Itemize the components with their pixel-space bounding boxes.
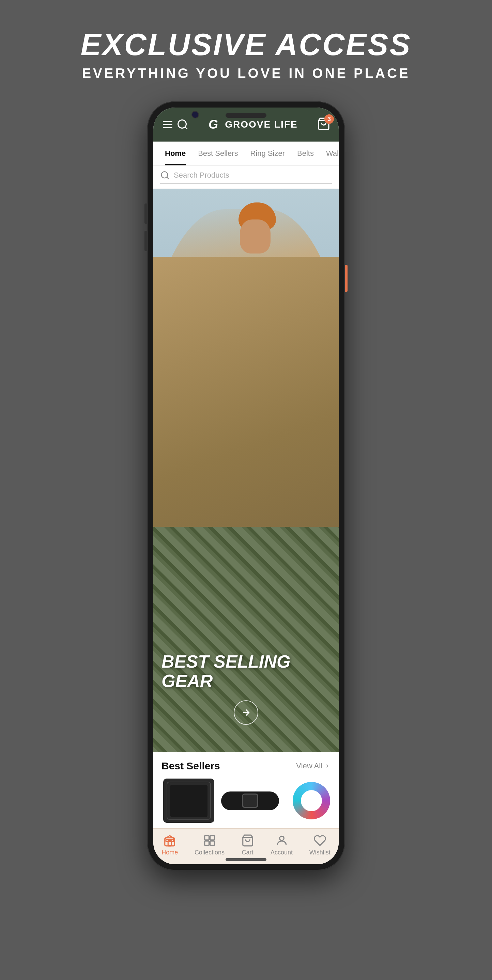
cart-icon (241, 834, 254, 847)
svg-point-18 (280, 836, 284, 840)
product-card-ring[interactable] (284, 778, 331, 823)
tab-belts[interactable]: Belts (291, 142, 320, 165)
hero-arrow-button[interactable] (234, 700, 258, 725)
tab-wallets[interactable]: Wallets (320, 142, 339, 165)
groove-life-logo-icon: G (208, 118, 222, 131)
hero-text-area: BEST SELLING GEAR (161, 652, 331, 691)
bottom-nav-home-label: Home (161, 849, 178, 856)
phone-volume-up (144, 204, 147, 224)
search-icon (160, 170, 170, 180)
products-row (161, 778, 331, 823)
page-title: EXCLUSIVE ACCESS (81, 27, 412, 62)
hero-face (240, 220, 270, 253)
bottom-nav-account[interactable]: Account (267, 834, 297, 856)
section-title: Best Sellers (161, 760, 220, 772)
svg-rect-15 (205, 841, 209, 846)
nav-tabs-bar: Home Best Sellers Ring Sizer Belts Walle… (153, 142, 339, 166)
collections-icon (203, 834, 216, 847)
svg-line-4 (185, 127, 187, 129)
phone-side-button (345, 265, 348, 292)
menu-search-button[interactable] (161, 118, 189, 130)
svg-rect-13 (205, 836, 209, 840)
arrow-right-icon (241, 708, 251, 718)
cart-button[interactable]: 3 (317, 117, 331, 132)
tab-best-sellers[interactable]: Best Sellers (192, 142, 244, 165)
product-image-belt (219, 778, 281, 823)
search-input-wrap[interactable]: Search Products (160, 170, 332, 184)
brand-logo[interactable]: G GROOVE LIFE (208, 118, 297, 131)
app-screen: G GROOVE LIFE 3 Home Best Sellers Ring S… (153, 108, 339, 864)
phone-frame: G GROOVE LIFE 3 Home Best Sellers Ring S… (147, 102, 345, 870)
product-card-belt[interactable] (223, 778, 277, 823)
search-bar: Search Products (153, 166, 339, 189)
section-header: Best Sellers View All (161, 760, 331, 772)
best-sellers-section: Best Sellers View All (153, 752, 339, 828)
phone-speaker (225, 113, 267, 118)
cart-count-badge: 3 (324, 115, 334, 124)
bottom-nav-cart-label: Cart (241, 849, 253, 856)
search-input[interactable]: Search Products (174, 171, 332, 180)
bottom-nav-collections-label: Collections (195, 849, 225, 856)
phone-home-indicator (225, 858, 267, 861)
bottom-nav-wishlist[interactable]: Wishlist (305, 834, 335, 856)
phone-camera (192, 111, 199, 118)
chevron-right-icon (324, 763, 331, 769)
wishlist-icon (313, 834, 326, 847)
home-icon (163, 834, 176, 847)
hero-title: BEST SELLING GEAR (161, 652, 331, 691)
page-header: EXCLUSIVE ACCESS EVERYTHING YOU LOVE IN … (81, 0, 412, 95)
svg-line-8 (167, 177, 168, 179)
product-image-wallet (163, 778, 214, 823)
page-subtitle: EVERYTHING YOU LOVE IN ONE PLACE (81, 66, 412, 81)
product-image-ring (293, 782, 330, 819)
svg-rect-14 (210, 836, 214, 840)
view-all-button[interactable]: View All (296, 762, 331, 770)
brand-name: GROOVE LIFE (225, 119, 297, 130)
app-header: G GROOVE LIFE 3 (153, 108, 339, 142)
tab-home[interactable]: Home (159, 142, 192, 165)
bottom-nav-collections[interactable]: Collections (190, 834, 228, 856)
view-all-label: View All (296, 762, 322, 770)
svg-text:G: G (209, 118, 218, 131)
phone-volume-down (144, 231, 147, 251)
tab-ring-sizer[interactable]: Ring Sizer (244, 142, 291, 165)
bottom-nav-account-label: Account (270, 849, 293, 856)
product-card-wallet[interactable] (161, 778, 216, 823)
svg-point-7 (161, 172, 168, 178)
svg-point-3 (178, 120, 186, 128)
bottom-nav-wishlist-label: Wishlist (309, 849, 331, 856)
account-icon (275, 834, 288, 847)
hero-banner[interactable]: BEST SELLING GEAR (153, 189, 339, 752)
svg-rect-16 (210, 841, 214, 846)
bottom-nav-home[interactable]: Home (157, 834, 182, 856)
bottom-nav-cart[interactable]: Cart (237, 834, 258, 856)
